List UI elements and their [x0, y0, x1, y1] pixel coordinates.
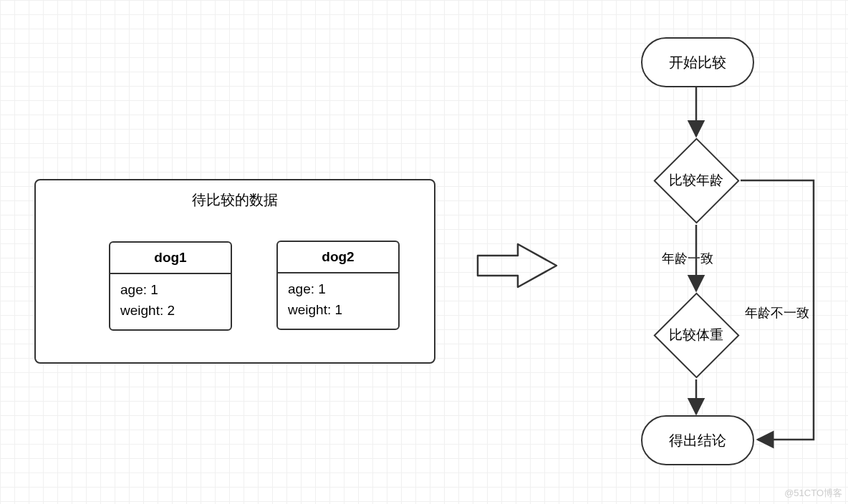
flow-decision-age-text: 比较年龄 — [669, 171, 723, 190]
edge-label-diff-age: 年龄不一致 — [745, 304, 809, 321]
flow-end: 得出结论 — [641, 415, 754, 465]
flow-decision-weight-text: 比较体重 — [669, 326, 723, 344]
svg-marker-0 — [478, 244, 556, 287]
panel-title: 待比较的数据 — [36, 190, 434, 210]
card-dog1-body: age: 1 weight: 2 — [110, 274, 231, 329]
card-dog1-line-weight: weight: 2 — [120, 301, 221, 321]
big-arrow-icon — [476, 240, 562, 291]
card-dog2-body: age: 1 weight: 1 — [278, 273, 398, 329]
card-dog2-header: dog2 — [278, 242, 398, 273]
flow-start: 开始比较 — [641, 37, 754, 87]
flow-decision-age: 比较年龄 — [653, 137, 739, 223]
watermark: @51CTO博客 — [784, 487, 842, 500]
card-dog2: dog2 age: 1 weight: 1 — [276, 241, 400, 330]
card-dog2-line-weight: weight: 1 — [288, 300, 388, 321]
card-dog2-line-age: age: 1 — [288, 279, 388, 300]
edge-label-same-age: 年龄一致 — [662, 250, 713, 267]
flow-end-text: 得出结论 — [669, 431, 726, 450]
flow-start-text: 开始比较 — [669, 53, 726, 72]
card-dog1-header: dog1 — [110, 243, 231, 274]
flow-decision-weight: 比较体重 — [653, 292, 739, 378]
data-panel: 待比较的数据 dog1 age: 1 weight: 2 dog2 age: 1… — [34, 179, 435, 364]
card-dog1: dog1 age: 1 weight: 2 — [109, 241, 232, 331]
card-dog1-line-age: age: 1 — [120, 280, 221, 301]
